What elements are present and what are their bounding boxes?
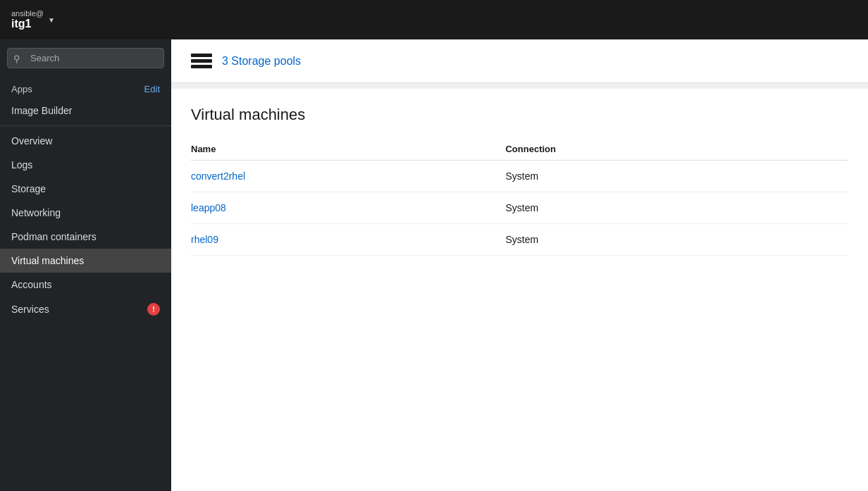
- sidebar-divider: [0, 125, 171, 126]
- sidebar-item-label: Virtual machines: [11, 255, 84, 266]
- sidebar-item-label: Storage: [11, 183, 46, 194]
- sidebar-item-services[interactable]: Services !: [0, 297, 171, 322]
- column-header-connection: Connection: [491, 138, 848, 161]
- sidebar-item-label: Overview: [11, 135, 52, 147]
- virtual-machines-title: Virtual machines: [191, 106, 848, 124]
- sidebar-item-overview[interactable]: Overview: [0, 129, 171, 153]
- main-content: 3 Storage pools Virtual machines Name Co…: [171, 39, 868, 491]
- app-layout: ⚲ Apps Edit Image Builder Overview Logs …: [0, 39, 868, 491]
- edit-apps-link[interactable]: Edit: [144, 84, 160, 94]
- search-input[interactable]: [7, 48, 164, 68]
- sidebar-item-label: Services: [11, 304, 49, 315]
- table-row: rhel09 System: [191, 224, 848, 256]
- storage-icon-bar1: [191, 54, 212, 57]
- sidebar-item-image-builder[interactable]: Image Builder: [0, 99, 171, 123]
- sidebar-item-podman-containers[interactable]: Podman containers: [0, 225, 171, 249]
- vm-connection-cell: System: [491, 192, 848, 224]
- vm-connection-cell: System: [491, 161, 848, 192]
- storage-pools-card: 3 Storage pools: [171, 39, 868, 83]
- apps-section-header: Apps Edit: [0, 77, 171, 99]
- table-row: convert2rhel System: [191, 161, 848, 192]
- vm-name-link[interactable]: convert2rhel: [191, 170, 245, 182]
- hostname-label: itg1: [11, 18, 44, 30]
- sidebar-item-logs[interactable]: Logs: [0, 153, 171, 177]
- table-row: leapp08 System: [191, 192, 848, 224]
- services-badge: !: [147, 303, 160, 316]
- sidebar-item-label: Podman containers: [11, 231, 97, 242]
- user-info[interactable]: ansible@ itg1: [11, 9, 44, 30]
- sidebar-item-accounts[interactable]: Accounts: [0, 273, 171, 297]
- sidebar-item-label: Logs: [11, 159, 32, 170]
- sidebar: ⚲ Apps Edit Image Builder Overview Logs …: [0, 39, 171, 491]
- sidebar-item-virtual-machines[interactable]: Virtual machines: [0, 249, 171, 273]
- chevron-down-icon[interactable]: ▼: [48, 16, 55, 24]
- table-body: convert2rhel System leapp08 System rhel0…: [191, 161, 848, 256]
- storage-pools-link[interactable]: 3 Storage pools: [222, 55, 301, 68]
- sidebar-item-label: Image Builder: [11, 105, 72, 116]
- virtual-machines-card: Virtual machines Name Connection convert…: [171, 89, 868, 491]
- search-icon: ⚲: [13, 53, 20, 63]
- sidebar-item-label: Accounts: [11, 279, 52, 290]
- username-label: ansible@: [11, 9, 44, 18]
- vm-name-link[interactable]: rhel09: [191, 234, 218, 245]
- sidebar-item-label: Networking: [11, 207, 61, 218]
- storage-icon-bar3: [191, 65, 212, 68]
- app-header: ansible@ itg1 ▼: [0, 0, 868, 39]
- sidebar-item-storage[interactable]: Storage: [0, 177, 171, 201]
- vm-name-cell: convert2rhel: [191, 161, 491, 192]
- virtual-machines-table: Name Connection convert2rhel System leap…: [191, 138, 848, 256]
- vm-name-link[interactable]: leapp08: [191, 202, 226, 213]
- apps-label: Apps: [11, 84, 32, 94]
- sidebar-item-networking[interactable]: Networking: [0, 201, 171, 225]
- vm-name-cell: leapp08: [191, 192, 491, 224]
- column-header-name: Name: [191, 138, 491, 161]
- storage-icon-bar2: [191, 59, 212, 63]
- vm-connection-cell: System: [491, 224, 848, 256]
- vm-name-cell: rhel09: [191, 224, 491, 256]
- storage-pools-icon: [191, 54, 212, 68]
- table-header: Name Connection: [191, 138, 848, 161]
- search-box: ⚲: [7, 48, 164, 68]
